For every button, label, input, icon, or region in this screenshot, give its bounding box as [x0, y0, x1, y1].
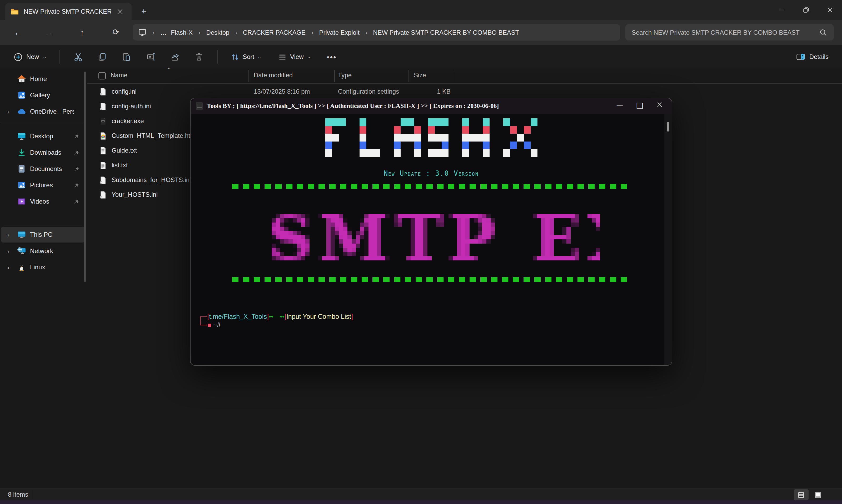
- paste-button[interactable]: [117, 49, 136, 65]
- rename-button[interactable]: A: [142, 49, 161, 65]
- terminal-prompt[interactable]: ┌─[t.me/Flash_X_Tools]••—••[Input Your C…: [198, 312, 353, 329]
- cracker-console-window[interactable]: Tools BY : [ https://t.me/Flash_X_Tools …: [190, 98, 672, 366]
- art-block: [421, 149, 428, 157]
- breadcrumb-item[interactable]: Flash-X: [169, 28, 195, 37]
- column-separator[interactable]: [453, 70, 453, 82]
- forward-button[interactable]: →: [40, 24, 58, 40]
- exe-file-icon: [99, 117, 107, 126]
- art-block: [380, 133, 387, 141]
- breadcrumb-item[interactable]: CRACKER PACKAGE: [241, 28, 308, 37]
- update-version-line: New Update : 3.0 Version: [191, 169, 672, 177]
- sidebar-item-documents[interactable]: Documents: [1, 161, 85, 177]
- copy-button[interactable]: [93, 49, 111, 65]
- sidebar-item-label: Documents: [30, 165, 62, 173]
- select-all-checkbox[interactable]: [99, 72, 106, 79]
- art-block: [531, 149, 538, 157]
- sidebar-item-gallery[interactable]: Gallery: [1, 87, 85, 103]
- file-explorer-window: NEW Private SMTP CRACKER BY COMBO BEAST …: [0, 0, 842, 504]
- breadcrumb-item[interactable]: Private Exploit: [317, 28, 362, 37]
- search-icon: [819, 28, 827, 37]
- sidebar-item-downloads[interactable]: Downloads: [1, 145, 85, 160]
- cut-button[interactable]: [68, 49, 87, 65]
- column-date-modified[interactable]: Date modified: [254, 72, 293, 79]
- art-block: [490, 126, 496, 133]
- up-button[interactable]: ↑: [73, 24, 91, 40]
- column-separator[interactable]: [408, 70, 409, 82]
- art-block: [339, 141, 346, 149]
- console-maximize-button[interactable]: ☐: [636, 101, 643, 111]
- trash-icon: [194, 52, 204, 61]
- prompt-line-2[interactable]: └─■ ~#: [198, 321, 353, 329]
- prompt-bracket: ]: [351, 313, 353, 320]
- art-block: [469, 119, 476, 126]
- copy-icon: [98, 52, 107, 61]
- file-name: Subdomains_for_HOSTS.ini: [111, 176, 191, 184]
- refresh-button[interactable]: ⟳: [107, 24, 125, 40]
- pin-icon: [73, 149, 80, 156]
- close-button[interactable]: [818, 0, 842, 20]
- art-block: [476, 119, 483, 126]
- more-options-button[interactable]: •••: [322, 49, 341, 65]
- console-scrollbar-thumb[interactable]: [667, 122, 669, 131]
- sidebar-item-pictures[interactable]: Pictures: [1, 177, 85, 193]
- expand-chevron-icon[interactable]: ›: [5, 264, 12, 270]
- delete-button[interactable]: [190, 49, 208, 65]
- sort-button[interactable]: Sort ⌄: [226, 49, 266, 65]
- pictures-icon: [17, 180, 26, 190]
- expand-chevron-icon[interactable]: ›: [5, 248, 12, 254]
- green-dash-separator: [232, 277, 631, 282]
- view-button[interactable]: View ⌄: [274, 49, 315, 65]
- console-scrollbar[interactable]: [664, 114, 672, 365]
- sidebar-item-desktop[interactable]: Desktop: [1, 128, 85, 144]
- column-separator[interactable]: [334, 70, 335, 82]
- column-size[interactable]: Size: [414, 72, 426, 79]
- art-block: [455, 126, 462, 133]
- art-block: [531, 119, 538, 126]
- details-toggle-button[interactable]: Details: [792, 49, 833, 65]
- expand-chevron-icon[interactable]: ›: [5, 109, 12, 114]
- expand-chevron-icon[interactable]: ›: [5, 232, 12, 237]
- console-minimize-button[interactable]: ─: [616, 101, 623, 111]
- screen: NEW Private SMTP CRACKER BY COMBO BEAST …: [0, 0, 842, 504]
- file-row[interactable]: config.ini13/07/2025 8:16 pmConfiguratio…: [87, 85, 842, 100]
- file-name: cracker.exe: [111, 117, 144, 125]
- search-box[interactable]: Search NEW Private SMTP CRACKER BY COMBO…: [625, 24, 834, 40]
- sidebar-item-this-pc[interactable]: ›This PC: [1, 227, 85, 242]
- details-view-toggle[interactable]: [794, 489, 809, 500]
- explorer-tab[interactable]: NEW Private SMTP CRACKER BY COMBO BEAST: [5, 3, 131, 20]
- thumbnail-view-toggle[interactable]: [811, 489, 825, 500]
- breadcrumb-item[interactable]: NEW Private SMTP CRACKER BY COMBO BEAST: [371, 28, 521, 37]
- sidebar-item-network[interactable]: ›Network: [1, 243, 85, 259]
- breadcrumb-overflow[interactable]: …: [158, 28, 169, 37]
- ellipsis-icon: •••: [327, 52, 337, 61]
- sidebar-item-videos[interactable]: Videos: [1, 194, 85, 210]
- console-close-button[interactable]: [656, 101, 663, 111]
- art-block: [462, 126, 469, 133]
- sidebar: HomeGallery›OneDrive - Personal DesktopD…: [0, 68, 87, 488]
- share-button[interactable]: [166, 49, 185, 65]
- art-block: [476, 126, 483, 133]
- new-button[interactable]: New ⌄: [8, 49, 52, 65]
- sidebar-scrollbar[interactable]: [84, 72, 86, 282]
- new-tab-button[interactable]: +: [137, 5, 151, 18]
- tab-close-icon[interactable]: [114, 5, 126, 17]
- sidebar-item-linux[interactable]: ›Linux: [1, 259, 85, 275]
- breadcrumb-item[interactable]: Desktop: [204, 28, 231, 37]
- console-titlebar[interactable]: Tools BY : [ https://t.me/Flash_X_Tools …: [191, 98, 672, 114]
- paste-icon: [122, 52, 131, 61]
- back-button[interactable]: ←: [9, 24, 27, 40]
- restore-button[interactable]: [794, 0, 818, 20]
- plus-circle-icon: [14, 52, 23, 61]
- art-block: [524, 133, 531, 141]
- column-type[interactable]: Type: [338, 72, 352, 79]
- sidebar-item-onedrive-personal[interactable]: ›OneDrive - Personal: [1, 104, 85, 120]
- art-block: [366, 133, 373, 141]
- column-name[interactable]: Name: [110, 72, 127, 79]
- sidebar-item-home[interactable]: Home: [1, 71, 85, 87]
- file-name: config.ini: [111, 88, 137, 95]
- minimize-button[interactable]: [770, 0, 794, 20]
- address-bar[interactable]: › … Flash-X›Desktop›CRACKER PACKAGE›Priv…: [133, 24, 620, 40]
- column-separator[interactable]: [248, 70, 249, 82]
- art-block: [339, 149, 346, 157]
- art-block: [462, 149, 469, 157]
